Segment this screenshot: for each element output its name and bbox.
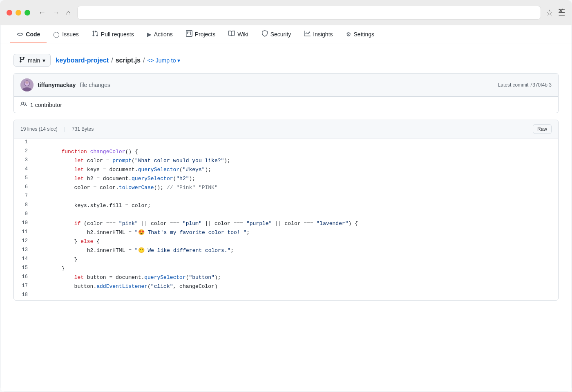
tab-pull-requests[interactable]: Pull requests (85, 25, 141, 44)
line-number: 10 (14, 219, 34, 228)
line-code: let color = prompt("What color would you… (34, 156, 558, 165)
line-number: 7 (14, 192, 34, 201)
repo-link[interactable]: keyboard-project (56, 57, 109, 64)
tab-security[interactable]: Security (255, 25, 298, 44)
repo-nav: <> Code ◯ Issues Pull requests ▶ Actions (0, 25, 572, 44)
line-code: keys.style.fill = color; (34, 201, 558, 210)
table-row: 16 let button = document.querySelector("… (14, 273, 558, 282)
table-row: 15 } (14, 264, 558, 273)
browser-window: ← → ⌂ ☆ ☰ ✕ <> Code ◯ Issues (0, 0, 572, 392)
line-number: 17 (14, 282, 34, 291)
address-bar[interactable] (77, 6, 541, 20)
tab-code[interactable]: <> Code (10, 26, 47, 43)
file-header: main ▾ keyboard-project / script.js / <>… (13, 54, 559, 67)
tab-issues[interactable]: ◯ Issues (47, 26, 85, 43)
latest-commit-hash: Latest commit 7370f4b 3 (498, 82, 552, 88)
svg-point-4 (25, 81, 29, 84)
lines-info: 19 lines (14 sloc) (20, 126, 58, 132)
actions-icon: ▶ (147, 31, 152, 38)
back-button[interactable]: ← (37, 7, 47, 18)
line-number: 5 (14, 174, 34, 183)
line-code: } (34, 264, 558, 273)
wiki-icon (228, 30, 235, 38)
code-icon: <> (17, 31, 23, 38)
line-code (34, 192, 558, 201)
table-row: 17 button.addEventListener("click", chan… (14, 282, 558, 291)
table-row: 11 h2.innerHTML = "😍 That's my favorite … (14, 228, 558, 237)
line-number: 18 (14, 291, 34, 300)
commit-header: tiffanymackay file changes Latest commit… (14, 74, 558, 97)
branch-icon (19, 56, 25, 64)
tab-projects[interactable]: Projects (179, 25, 222, 44)
line-code: let keys = document.querySelector("#keys… (34, 165, 558, 174)
code-content: 1 2 function changeColor() { 3 (14, 138, 558, 300)
tab-insights[interactable]: Insights (297, 25, 339, 44)
line-number: 12 (14, 237, 34, 246)
line-number: 9 (14, 210, 34, 219)
table-row: 4 let keys = document.querySelector("#ke… (14, 165, 558, 174)
contributors-icon (20, 101, 27, 109)
line-code (34, 210, 558, 219)
raw-button[interactable]: Raw (533, 124, 552, 134)
settings-icon: ⚙ (346, 31, 351, 38)
forward-button[interactable]: → (51, 7, 61, 18)
code-table: 1 2 function changeColor() { 3 (14, 138, 558, 300)
table-row: 8 keys.style.fill = color; (14, 201, 558, 210)
line-number: 8 (14, 201, 34, 210)
table-row: 12 } else { (14, 237, 558, 246)
branch-selector[interactable]: main ▾ (13, 54, 51, 67)
maximize-dot[interactable] (25, 10, 30, 16)
line-code: if (color === "pink" || color === "plum"… (34, 219, 558, 228)
table-row: 5 let h2 = document.querySelector("h2"); (14, 174, 558, 183)
line-number: 1 (14, 138, 34, 147)
line-number: 11 (14, 228, 34, 237)
line-code: h2.innerHTML = "😶 We like different colo… (34, 246, 558, 255)
table-row: 6 color = color.toLowerCase(); // "Pink"… (14, 183, 558, 192)
line-code: let h2 = document.querySelector("h2"); (34, 174, 558, 183)
line-code: color = color.toLowerCase(); // "Pink" "… (34, 183, 558, 192)
minimize-dot[interactable] (16, 10, 21, 16)
insights-icon (304, 30, 311, 38)
issues-icon: ◯ (53, 31, 60, 38)
projects-icon (186, 30, 192, 38)
close-dot[interactable] (7, 10, 12, 16)
breadcrumb: keyboard-project / script.js / <> Jump t… (56, 57, 180, 64)
contributors-row: 1 contributor (14, 97, 558, 113)
line-number: 2 (14, 147, 34, 156)
line-code: h2.innerHTML = "😍 That's my favorite col… (34, 228, 558, 237)
github-page: <> Code ◯ Issues Pull requests ▶ Actions (0, 25, 572, 392)
pr-icon (92, 30, 98, 38)
table-row: 13 h2.innerHTML = "😶 We like different c… (14, 246, 558, 255)
line-number: 13 (14, 246, 34, 255)
jump-to[interactable]: <> Jump to ▾ (147, 57, 180, 64)
tab-actions[interactable]: ▶ Actions (141, 26, 179, 43)
line-code: let button = document.querySelector("but… (34, 273, 558, 282)
line-code (34, 138, 558, 147)
table-row: 14 } (14, 255, 558, 264)
commit-message: file changes (80, 82, 110, 88)
commit-box: tiffanymackay file changes Latest commit… (13, 73, 559, 113)
commit-author: tiffanymackay file changes (20, 78, 110, 91)
jump-chevron-icon: ▾ (177, 57, 180, 64)
code-header: 19 lines (14 sloc) | 731 Bytes Raw (14, 120, 558, 138)
line-code: function changeColor() { (34, 147, 558, 156)
tab-settings[interactable]: ⚙ Settings (340, 26, 381, 43)
line-number: 6 (14, 183, 34, 192)
line-number: 3 (14, 156, 34, 165)
bytes-info: 731 Bytes (72, 126, 94, 132)
window-close-button[interactable]: ✕ (558, 7, 564, 16)
code-viewer: 19 lines (14 sloc) | 731 Bytes Raw 1 (13, 120, 559, 301)
avatar (20, 78, 34, 91)
branch-dropdown-icon: ▾ (42, 57, 45, 64)
security-icon (261, 30, 268, 38)
table-row: 7 (14, 192, 558, 201)
favorite-button[interactable]: ☆ (546, 8, 553, 18)
browser-nav: ← → ⌂ (37, 7, 72, 18)
home-button[interactable]: ⌂ (65, 7, 72, 18)
line-code: button.addEventListener("click", changeC… (34, 282, 558, 291)
table-row: 9 (14, 210, 558, 219)
code-meta: 19 lines (14 sloc) | 731 Bytes (20, 126, 94, 132)
line-number: 15 (14, 264, 34, 273)
line-code: } (34, 255, 558, 264)
tab-wiki[interactable]: Wiki (222, 25, 255, 44)
